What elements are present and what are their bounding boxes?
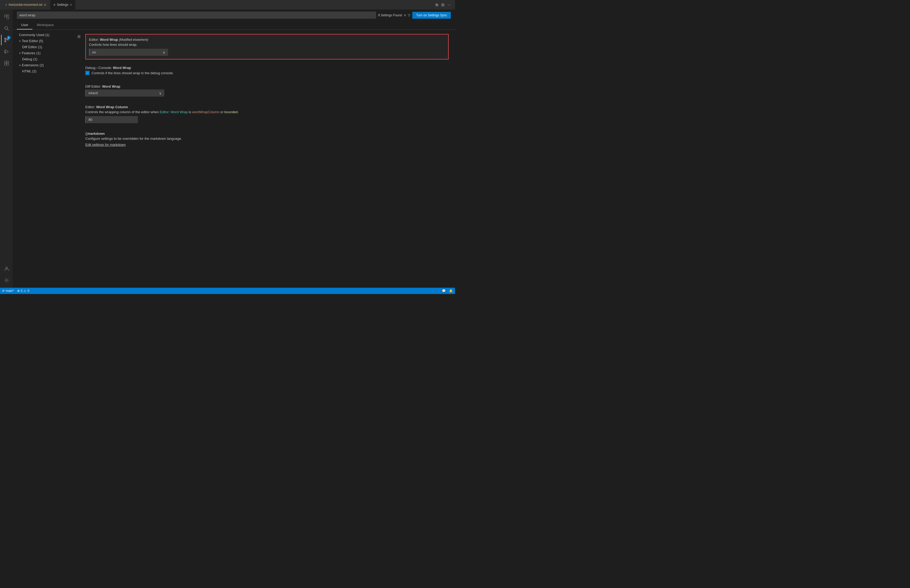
diff-word-wrap-select-wrapper: off on inherit ∨ <box>85 89 164 97</box>
main-layout: 6 <box>0 10 455 288</box>
filter-icon[interactable]: ▽ <box>408 13 410 17</box>
split-editor-icon[interactable]: ⊟ <box>441 3 444 7</box>
sidebar-item-text-editor[interactable]: ∨ Text Editor (5) <box>13 38 71 44</box>
wrap-column-prefix: Editor: <box>85 105 96 109</box>
editor-word-wrap-prefix: Editor: <box>89 38 100 42</box>
file-tab[interactable]: ≡ horizontal-movement.txt U <box>2 0 49 10</box>
sidebar-item-features[interactable]: ∨ Features (1) <box>13 50 71 56</box>
markdown-edit-link[interactable]: Edit settings for markdown <box>85 143 126 147</box>
error-count: 0 <box>21 289 23 293</box>
activity-item-run[interactable] <box>1 46 11 57</box>
editor-word-wrap-title-row: Editor: Word Wrap (Modified elsewhere) <box>89 38 445 42</box>
git-branch-item[interactable]: ⟳ main* <box>2 289 14 293</box>
wrap-column-desc-p1: Controls the wrapping column of the edit… <box>85 110 160 114</box>
markdown-icon: {} <box>85 132 88 136</box>
features-label: Features (1) <box>22 51 40 55</box>
diff-word-wrap-select[interactable]: off on inherit <box>85 89 164 97</box>
activity-item-explorer[interactable] <box>1 11 11 22</box>
activity-item-extensions[interactable] <box>1 58 11 68</box>
more-actions-icon[interactable]: ··· <box>448 3 451 7</box>
wrap-column-title-row: Editor: Word Wrap Column <box>85 105 449 109</box>
activity-bottom <box>1 263 11 288</box>
wrap-column-desc: Controls the wrapping column of the edit… <box>85 110 449 114</box>
text-editor-label: Text Editor (5) <box>22 39 43 43</box>
status-bar: ⟳ main* ⊗ 0 ⚠ 0 💬 🔔 <box>0 288 455 294</box>
error-icon: ⊗ <box>17 289 20 293</box>
git-branch-label: main* <box>6 289 14 293</box>
diff-word-wrap-bold: Word Wrap <box>102 84 120 89</box>
wrap-column-desc-p3: or <box>219 110 224 114</box>
markdown-desc: Configure settings to be overridden for … <box>85 137 449 141</box>
debug-word-wrap-checkbox-row: ✓ Controls if the lines should wrap in t… <box>85 71 449 75</box>
workspace-tab[interactable]: Workspace <box>32 21 58 29</box>
svg-point-6 <box>5 41 6 42</box>
diff-word-wrap-container: Diff Editor: Word Wrap off on inherit ∨ <box>77 84 449 99</box>
features-chevron: ∨ <box>19 52 21 55</box>
settings-close-button[interactable]: × <box>70 3 72 7</box>
status-bar-right: 💬 🔔 <box>442 289 453 293</box>
svg-rect-1 <box>7 15 9 16</box>
sidebar-item-diff-editor[interactable]: Diff Editor (1) <box>13 44 71 50</box>
settings-tab[interactable]: ≡ Settings × <box>50 0 75 10</box>
svg-rect-14 <box>5 63 6 65</box>
git-sync-icon: ⟳ <box>2 289 5 293</box>
svg-rect-0 <box>5 15 6 17</box>
wrap-column-desc-p2: is <box>188 110 192 114</box>
diff-word-wrap-item: Diff Editor: Word Wrap off on inherit ∨ <box>85 84 449 99</box>
editor-word-wrap-gear[interactable] <box>77 34 83 60</box>
clear-filters-icon[interactable]: ≡ <box>404 13 406 17</box>
settings-tabs: User Workspace <box>13 21 455 30</box>
activity-item-search[interactable] <box>1 23 11 34</box>
markdown-title-row: {} markdown <box>85 132 449 136</box>
svg-rect-2 <box>7 16 9 19</box>
sync-button[interactable]: Turn on Settings Sync <box>412 12 451 19</box>
sidebar-item-html[interactable]: HTML (2) <box>13 68 71 74</box>
wrap-column-input[interactable] <box>85 116 138 123</box>
diff-word-wrap-title: Diff Editor: Word Wrap <box>85 84 120 89</box>
editor-word-wrap-select[interactable]: off on wordWrapColumn bounded <box>89 49 168 56</box>
sidebar-item-commonly-used[interactable]: Commonly Used (1) <box>13 32 71 38</box>
activity-bar: 6 <box>0 10 13 288</box>
svg-line-4 <box>7 29 9 31</box>
title-bar-actions: ⧉ ⊟ ··· <box>435 3 453 7</box>
warning-icon: ⚠ <box>23 289 26 293</box>
wrap-column-highlight2: bounded <box>224 110 238 114</box>
svg-marker-10 <box>5 50 8 53</box>
wrap-column-item: Editor: Word Wrap Column Controls the wr… <box>85 105 449 125</box>
debug-word-wrap-title-row: Debug › Console: Word Wrap <box>85 66 449 70</box>
debug-label: Debug (1) <box>22 57 37 61</box>
settings-body: Commonly Used (1) ∨ Text Editor (5) Diff… <box>13 30 455 288</box>
markdown-item: {} markdown Configure settings to be ove… <box>85 132 449 149</box>
editor-word-wrap-container: Editor: Word Wrap (Modified elsewhere) C… <box>77 34 449 60</box>
errors-item[interactable]: ⊗ 0 ⚠ 0 <box>17 289 29 293</box>
source-control-badge: 6 <box>7 36 11 39</box>
svg-rect-13 <box>7 61 9 63</box>
svg-point-17 <box>6 279 7 281</box>
debug-word-wrap-bold: Word Wrap <box>113 66 131 70</box>
search-input[interactable] <box>17 11 376 19</box>
debug-word-wrap-item: Debug › Console: Word Wrap ✓ Controls if… <box>85 66 449 78</box>
debug-word-wrap-checkbox[interactable]: ✓ <box>85 71 89 75</box>
open-editors-icon[interactable]: ⧉ <box>435 3 438 7</box>
feedback-icon[interactable]: 💬 <box>442 289 446 293</box>
results-count: 9 Settings Found <box>378 13 402 17</box>
sidebar-item-extensions[interactable]: ∨ Extensions (2) <box>13 62 71 68</box>
svg-point-18 <box>78 36 80 37</box>
bell-icon[interactable]: 🔔 <box>449 289 453 293</box>
sidebar-item-debug[interactable]: Debug (1) <box>13 56 71 62</box>
user-tab[interactable]: User <box>17 21 32 29</box>
wrap-column-title: Editor: Word Wrap Column <box>85 105 128 109</box>
activity-item-source-control[interactable]: 6 <box>1 35 11 45</box>
debug-word-wrap-desc: Controls if the lines should wrap in the… <box>92 71 173 75</box>
wrap-column-highlight1: wordWrapColumn <box>192 110 220 114</box>
html-label: HTML (2) <box>22 69 36 73</box>
activity-item-account[interactable] <box>1 263 11 274</box>
debug-word-wrap-prefix: Debug › Console: <box>85 66 113 70</box>
settings-content: Editor: Word Wrap (Modified elsewhere) C… <box>71 30 455 288</box>
debug-word-wrap-title: Debug › Console: Word Wrap <box>85 66 131 70</box>
wrap-column-desc-p4: . <box>238 110 239 114</box>
svg-rect-15 <box>7 63 9 65</box>
text-editor-chevron: ∨ <box>19 39 21 42</box>
wrap-column-link[interactable]: Editor: Word Wrap <box>160 110 188 114</box>
activity-item-manage[interactable] <box>1 275 11 286</box>
